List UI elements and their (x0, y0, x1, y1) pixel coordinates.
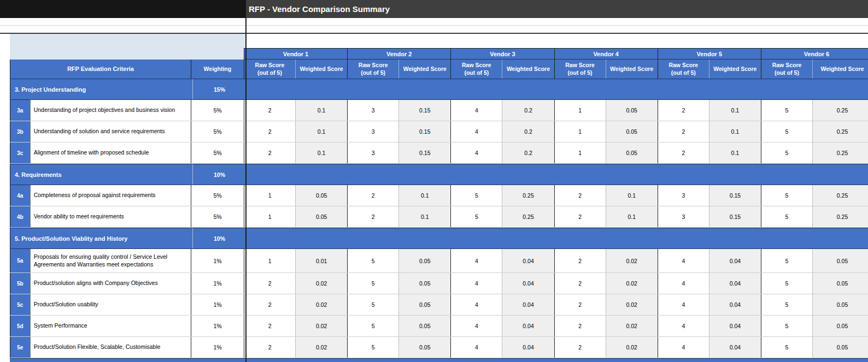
weighted-score-cell[interactable]: 0.04 (502, 316, 554, 336)
weighted-score-cell[interactable]: 0.05 (295, 185, 347, 206)
vendor-header-2[interactable]: Vendor 2 (347, 48, 450, 60)
weighted-score-cell[interactable]: 0.05 (812, 337, 868, 358)
weighted-score-cell[interactable]: 0.1 (606, 185, 658, 206)
raw-score-cell[interactable]: 3 (658, 185, 709, 206)
criteria-cell[interactable]: Vendor ability to meet requirements (30, 206, 191, 227)
weighted-score-cell[interactable]: 0.04 (502, 294, 554, 315)
raw-score-cell[interactable]: 2 (244, 143, 295, 163)
weighting-cell[interactable]: 5% (191, 143, 244, 163)
weighted-score-header[interactable]: Weighted Score (502, 60, 554, 79)
row-id-cell[interactable]: 5a (10, 249, 30, 272)
weighted-score-cell[interactable]: 0.02 (295, 337, 347, 358)
raw-score-cell[interactable]: 4 (450, 273, 502, 294)
weighted-score-cell[interactable]: 0.05 (398, 316, 450, 336)
raw-score-cell[interactable]: 2 (347, 206, 398, 227)
weighted-score-cell[interactable]: 0.25 (812, 206, 868, 227)
weighted-score-cell[interactable]: 0.2 (502, 143, 554, 163)
weighted-score-cell[interactable]: 0.25 (502, 185, 554, 206)
weighted-score-cell[interactable]: 0.1 (606, 206, 658, 227)
raw-score-cell[interactable]: 2 (244, 100, 295, 121)
raw-score-cell[interactable]: 4 (658, 294, 709, 315)
weighting-cell[interactable]: 1% (191, 337, 244, 358)
weighting-cell[interactable]: 1% (191, 294, 244, 315)
raw-score-header[interactable]: Raw Score (out of 5) (450, 60, 502, 79)
raw-score-cell[interactable]: 3 (347, 100, 398, 121)
weighted-score-cell[interactable]: 0.1 (398, 185, 450, 206)
row-id-cell[interactable]: 4b (10, 206, 30, 227)
raw-score-cell[interactable]: 4 (450, 249, 502, 272)
criteria-cell[interactable]: Understanding of project objectives and … (30, 100, 191, 121)
raw-score-cell[interactable]: 2 (244, 316, 295, 336)
weighted-score-cell[interactable]: 0.04 (709, 337, 761, 358)
raw-score-cell[interactable]: 5 (761, 121, 812, 142)
raw-score-cell[interactable]: 4 (658, 249, 709, 272)
raw-score-cell[interactable]: 4 (450, 337, 502, 358)
raw-score-cell[interactable]: 5 (347, 294, 398, 315)
weighted-score-cell[interactable]: 0.04 (709, 273, 761, 294)
weighted-score-cell[interactable]: 0.1 (295, 143, 347, 163)
weighted-score-header[interactable]: Weighted Score (812, 60, 868, 79)
criteria-cell[interactable]: Alignment of timeline with proposed sche… (30, 143, 191, 163)
weighted-score-cell[interactable]: 0.2 (502, 121, 554, 142)
weighted-score-cell[interactable]: 0.01 (295, 249, 347, 272)
weighted-score-cell[interactable]: 0.02 (295, 316, 347, 336)
raw-score-cell[interactable]: 5 (347, 316, 398, 336)
weighted-score-cell[interactable]: 0.25 (812, 143, 868, 163)
weighted-score-header[interactable]: Weighted Score (295, 60, 347, 79)
weighted-score-cell[interactable]: 0.05 (295, 206, 347, 227)
section-weighting-cell[interactable]: 15% (192, 79, 246, 99)
raw-score-cell[interactable]: 3 (347, 121, 398, 142)
raw-score-cell[interactable]: 5 (761, 294, 812, 315)
weighted-score-cell[interactable]: 0.02 (606, 337, 658, 358)
raw-score-cell[interactable]: 2 (244, 273, 295, 294)
raw-score-cell[interactable]: 5 (761, 337, 812, 358)
weighted-score-header[interactable]: Weighted Score (709, 60, 761, 79)
weighted-score-cell[interactable]: 0.02 (295, 294, 347, 315)
raw-score-cell[interactable]: 5 (347, 249, 398, 272)
raw-score-cell[interactable]: 1 (244, 206, 295, 227)
weighted-score-cell[interactable]: 0.25 (502, 206, 554, 227)
row-id-cell[interactable]: 3b (10, 121, 30, 142)
weighted-score-cell[interactable]: 0.05 (812, 316, 868, 336)
section-label-cell[interactable]: 3. Project Understanding (10, 79, 192, 99)
criteria-cell[interactable]: Proposals for ensuring quality control /… (30, 249, 191, 272)
weighted-score-cell[interactable]: 0.05 (812, 249, 868, 272)
vendor-header-6[interactable]: Vendor 6 (761, 48, 868, 60)
raw-score-cell[interactable]: 4 (450, 316, 502, 336)
weighting-cell[interactable]: 5% (191, 185, 244, 206)
row-id-cell[interactable]: 3c (10, 143, 30, 163)
weighted-score-cell[interactable]: 0.05 (398, 273, 450, 294)
raw-score-cell[interactable]: 2 (244, 294, 295, 315)
weighted-score-cell[interactable]: 0.05 (606, 100, 658, 121)
raw-score-cell[interactable]: 2 (244, 337, 295, 358)
raw-score-cell[interactable]: 5 (347, 337, 398, 358)
weighted-score-cell[interactable]: 0.05 (812, 294, 868, 315)
weighted-score-cell[interactable]: 0.04 (502, 337, 554, 358)
raw-score-cell[interactable]: 2 (554, 316, 606, 336)
weighting-cell[interactable]: 1% (191, 273, 244, 294)
weighted-score-cell[interactable]: 0.05 (606, 143, 658, 163)
row-id-cell[interactable]: 5d (10, 316, 30, 336)
weighted-score-cell[interactable]: 0.02 (606, 249, 658, 272)
weighted-score-cell[interactable]: 0.05 (398, 337, 450, 358)
vendor-header-3[interactable]: Vendor 3 (450, 48, 554, 60)
weighted-score-cell[interactable]: 0.05 (398, 249, 450, 272)
raw-score-cell[interactable]: 5 (761, 273, 812, 294)
weighted-score-cell[interactable]: 0.05 (398, 294, 450, 315)
raw-score-cell[interactable]: 5 (761, 316, 812, 336)
section-weighting-cell[interactable]: 10% (192, 228, 246, 248)
raw-score-cell[interactable]: 2 (554, 206, 606, 227)
row-id-cell[interactable]: 5b (10, 273, 30, 294)
raw-score-header[interactable]: Raw Score (out of 5) (347, 60, 398, 79)
vendor-header-5[interactable]: Vendor 5 (658, 48, 761, 60)
weighted-score-cell[interactable]: 0.15 (398, 143, 450, 163)
weighted-score-cell[interactable]: 0.04 (709, 316, 761, 336)
weighted-score-cell[interactable]: 0.2 (502, 100, 554, 121)
row-id-cell[interactable]: 5c (10, 294, 30, 315)
weighted-score-cell[interactable]: 0.1 (295, 121, 347, 142)
criteria-cell[interactable]: System Performance (30, 316, 191, 336)
weighting-cell[interactable]: 5% (191, 121, 244, 142)
weighted-score-cell[interactable]: 0.04 (709, 294, 761, 315)
weighted-score-cell[interactable]: 0.15 (709, 206, 761, 227)
raw-score-cell[interactable]: 2 (554, 249, 606, 272)
